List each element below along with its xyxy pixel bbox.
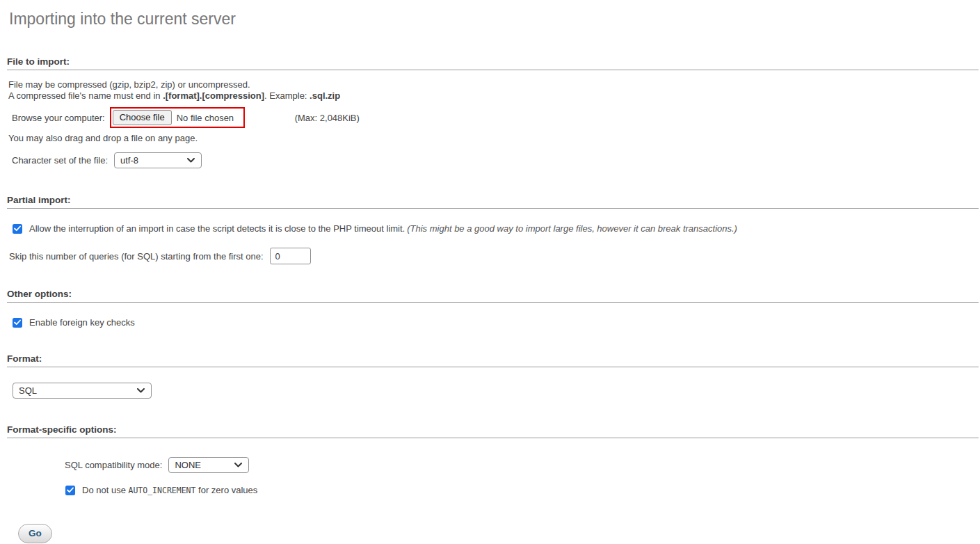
auto-increment-label: Do not use AUTO_INCREMENT for zero value… [82,485,257,495]
auto-increment-label-suffix: for zero values [195,485,257,495]
chevron-down-icon [137,388,145,393]
charset-select[interactable]: utf-8 [114,152,202,168]
section-format: Format: SQL [0,353,980,399]
interrupt-checkbox[interactable] [13,224,22,234]
sql-compatibility-select[interactable]: NONE [168,457,249,473]
sql-compatibility-label: SQL compatibility mode: [65,460,162,470]
file-input-highlight-box: Choose file No file chosen [110,107,245,128]
interrupt-option-row: Allow the interruption of an import in c… [13,223,980,234]
section-heading-partial-import: Partial import: [7,195,979,209]
section-partial-import: Partial import: Allow the interruption o… [0,195,980,264]
choose-file-button[interactable]: Choose file [113,110,172,125]
section-heading-other-options: Other options: [7,289,979,303]
section-heading-format-specific: Format-specific options: [7,424,979,438]
checkmark-icon [67,487,74,493]
skip-queries-label: Skip this number of queries (for SQL) st… [9,251,264,262]
charset-row: Character set of the file: utf-8 [12,152,980,168]
foreign-key-option-row: Enable foreign key checks [13,317,980,328]
section-heading-file-to-import: File to import: [7,56,979,70]
auto-increment-label-prefix: Do not use [82,485,129,495]
compression-note-line2-prefix: A compressed file's name must end in [8,90,163,101]
foreign-key-checkbox[interactable] [13,318,22,328]
sql-compatibility-selected-value: NONE [175,460,201,470]
foreign-key-label: Enable foreign key checks [29,317,135,328]
chevron-down-icon [234,463,242,467]
go-button[interactable]: Go [18,524,52,543]
interrupt-label: Allow the interruption of an import in c… [29,223,737,234]
auto-increment-code: AUTO_INCREMENT [129,486,196,495]
format-select[interactable]: SQL [13,383,152,399]
checkmark-icon [14,225,21,232]
section-other-options: Other options: Enable foreign key checks [0,289,980,328]
compression-note-line1: File may be compressed (gzip, bzip2, zip… [8,79,250,90]
checkmark-icon [14,319,21,326]
interrupt-note-italic: (This might be a good way to import larg… [407,223,737,234]
charset-label: Character set of the file: [12,155,108,166]
file-compression-note: File may be compressed (gzip, bzip2, zip… [8,79,980,101]
skip-queries-input[interactable] [270,248,311,264]
max-upload-size-note: (Max: 2,048KiB) [295,113,360,123]
auto-increment-checkbox[interactable] [65,486,75,495]
drag-drop-note: You may also drag and drop a file on any… [8,133,980,143]
interrupt-label-text: Allow the interruption of an import in c… [29,223,405,234]
charset-selected-value: utf-8 [120,155,138,166]
compression-note-line2-mid: . Example: [264,90,310,101]
section-file-to-import: File to import: File may be compressed (… [0,56,980,168]
chevron-down-icon [187,158,195,163]
section-format-specific-options: Format-specific options: SQL compatibili… [0,424,980,495]
page-title: Importing into the current server [9,9,980,29]
sql-compatibility-row: SQL compatibility mode: NONE [65,457,980,473]
format-selected-value: SQL [19,385,37,396]
compression-note-example: .sql.zip [310,90,340,101]
skip-queries-row: Skip this number of queries (for SQL) st… [9,248,980,264]
no-file-chosen-text: No file chosen [177,113,234,123]
import-page: Importing into the current server File t… [0,9,980,543]
browse-label: Browse your computer: [12,113,105,123]
compression-note-format-pattern: .[format].[compression] [163,90,264,101]
auto-increment-option-row: Do not use AUTO_INCREMENT for zero value… [65,485,980,495]
section-heading-format: Format: [7,353,979,367]
browse-row: Browse your computer: Choose file No fil… [12,107,980,128]
